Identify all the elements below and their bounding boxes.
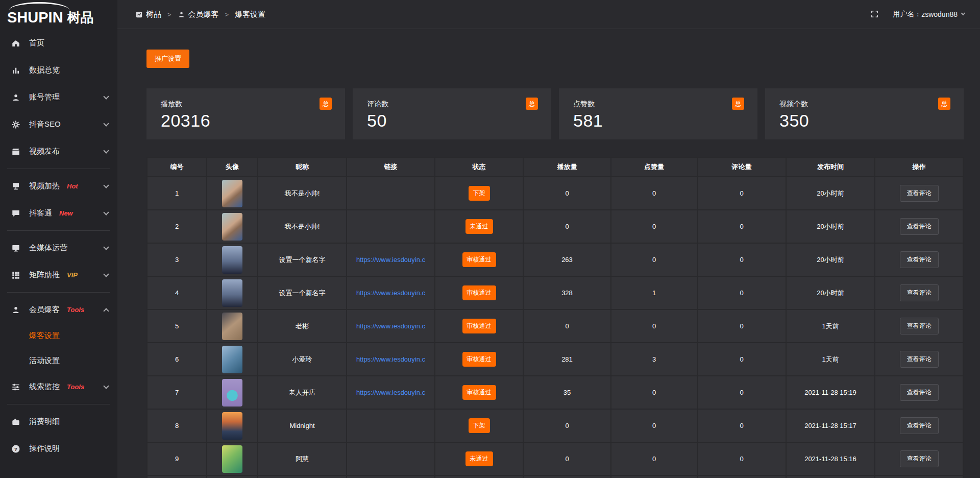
video-link[interactable]: https://www.iesdouyin.c: [356, 389, 425, 396]
app-root: SHUPIN 树品 首页 数据总览 账号管理 抖音SEO 视频发布: [0, 0, 980, 478]
hot-badge: Hot: [67, 182, 78, 190]
sidebar-item-video-publish[interactable]: 视频发布: [0, 138, 117, 165]
user-icon: [11, 92, 21, 103]
topbar: 树品 > 会员爆客 > 爆客设置 用户名： zswodun88: [117, 0, 980, 29]
sidebar-item-label: 抖客通: [29, 208, 52, 218]
clapper-icon: [11, 147, 21, 157]
view-comments-button[interactable]: 查看评论: [900, 384, 939, 401]
avatar: [222, 246, 242, 274]
video-link[interactable]: https://www.iesdouyin.c: [356, 289, 425, 297]
cell-comments: 0: [697, 309, 786, 343]
status-badge: 审核通过: [462, 352, 496, 367]
sidebar-item-label: 视频加热: [29, 181, 60, 191]
chevron-down-icon: [103, 182, 109, 188]
sidebar-item-douketong[interactable]: 抖客通 New: [0, 200, 117, 227]
view-comments-button[interactable]: 查看评论: [900, 284, 939, 301]
sidebar-item-matrix-boost[interactable]: 矩阵助推 VIP: [0, 261, 117, 289]
cell-id: 9: [147, 442, 207, 475]
total-badge: 总: [938, 98, 950, 110]
video-link[interactable]: https://www.iesdouyin.c: [356, 322, 425, 330]
cell-comments: 0: [697, 177, 786, 210]
col-avatar: 头像: [207, 157, 258, 177]
sidebar-subitem-baoke-settings[interactable]: 爆客设置: [0, 323, 117, 348]
stat-card-comments: 评论数 50 总: [353, 88, 551, 139]
status-badge: 下架: [469, 186, 490, 201]
sidebar-item-label: 矩阵助推: [29, 270, 60, 280]
user-icon: [178, 11, 185, 18]
cell-plays: 328: [523, 276, 611, 309]
sidebar-subitem-activity-settings[interactable]: 活动设置: [0, 348, 117, 373]
table-row: 6 小爱玲 https://www.iesdouyin.c 审核通过 281 3…: [147, 343, 963, 376]
avatar: [222, 313, 242, 340]
table-row: 1 我不是小帅! 下架 0 0 0 20小时前 查看评论: [147, 177, 963, 210]
breadcrumb-label: 会员爆客: [188, 10, 219, 19]
sidebar-item-data-overview[interactable]: 数据总览: [0, 57, 117, 84]
stat-label: 点赞数: [573, 100, 743, 109]
cell-comments: 0: [697, 343, 786, 376]
sidebar-item-account-management[interactable]: 账号管理: [0, 84, 117, 111]
view-comments-button[interactable]: 查看评论: [900, 351, 939, 368]
sidebar-item-operation-guide[interactable]: ? 操作说明: [0, 435, 117, 462]
sidebar-divider: [7, 230, 110, 231]
stat-card-videos: 视频个数 350 总: [765, 88, 964, 139]
sidebar-item-label: 数据总览: [29, 65, 60, 75]
col-id: 编号: [147, 157, 207, 177]
sidebar-item-clue-monitoring[interactable]: 线索监控 Tools: [0, 373, 117, 400]
username-label: 用户名：: [893, 10, 921, 19]
cell-nickname: 我不是小帅!: [258, 210, 347, 243]
sidebar-item-home[interactable]: 首页: [0, 30, 117, 57]
table-row: 8 Midnight 下架 0 0 0 2021-11-28 15:17 查看评…: [147, 409, 963, 442]
tools-badge: Tools: [67, 306, 84, 314]
stat-card-plays: 播放数 20316 总: [146, 88, 345, 139]
breadcrumb-item-member-baoke[interactable]: 会员爆客: [178, 10, 219, 19]
cell-time: 20小时前: [786, 276, 875, 309]
sidebar-item-video-heating[interactable]: 视频加热 Hot: [0, 173, 117, 200]
stat-value: 50: [367, 111, 537, 131]
cell-actions: 查看评论: [875, 376, 963, 409]
sidebar-item-douyin-seo[interactable]: 抖音SEO: [0, 111, 117, 138]
cell-id: 5: [147, 309, 207, 343]
avatar: [222, 412, 242, 440]
view-comments-button[interactable]: 查看评论: [900, 417, 939, 434]
chevron-down-icon: [103, 121, 109, 126]
cell-nickname: 老人开店: [258, 376, 347, 409]
sidebar-item-consumption-details[interactable]: 消费明细: [0, 408, 117, 435]
cell-plays: 35: [523, 376, 611, 409]
table-row: 9 阿慧 未通过 0 0 0 2021-11-28 15:16 查看评论: [147, 442, 963, 475]
view-comments-button[interactable]: 查看评论: [900, 185, 939, 202]
stat-value: 20316: [161, 111, 331, 131]
app-logo[interactable]: SHUPIN 树品: [0, 0, 117, 30]
sidebar-item-omnimedia-operation[interactable]: 全媒体运营: [0, 234, 117, 261]
fullscreen-icon[interactable]: [870, 10, 879, 19]
col-link: 链接: [347, 157, 435, 177]
view-comments-button[interactable]: 查看评论: [900, 218, 939, 235]
cell-time: 1天前: [786, 343, 875, 376]
chevron-down-icon: [103, 383, 109, 389]
cell-avatar: [207, 442, 258, 475]
video-link[interactable]: https://www.iesdouyin.c: [356, 355, 425, 363]
view-comments-button[interactable]: 查看评论: [900, 450, 939, 467]
cell-plays: 0: [523, 442, 611, 475]
user-menu[interactable]: 用户名： zswodun88: [893, 10, 965, 19]
breadcrumb-label: 爆客设置: [235, 10, 265, 19]
breadcrumb-item-shupin[interactable]: 树品: [135, 10, 161, 19]
col-publish-time: 发布时间: [786, 157, 875, 177]
cell-nickname: 我不是小帅!: [258, 177, 347, 210]
chevron-down-icon: [103, 209, 109, 215]
cell-actions: 查看评论: [875, 177, 963, 210]
view-comments-button[interactable]: 查看评论: [900, 318, 939, 334]
sidebar-item-member-baoke[interactable]: 会员爆客 Tools: [0, 296, 117, 323]
table-row: 3 设置一个新名字 https://www.iesdouyin.c 审核通过 2…: [147, 243, 963, 276]
cell-status: 未通过: [435, 210, 523, 243]
cell-plays: [523, 475, 611, 478]
view-comments-button[interactable]: 查看评论: [900, 251, 939, 268]
content: 推广设置 播放数 20316 总 评论数 50 总 点赞数 581 总: [117, 29, 980, 478]
cell-likes: 0: [611, 243, 697, 276]
promotion-settings-button[interactable]: 推广设置: [146, 50, 189, 68]
status-badge: 未通过: [465, 219, 493, 234]
cell-time: 20小时前: [786, 210, 875, 243]
sidebar: SHUPIN 树品 首页 数据总览 账号管理 抖音SEO 视频发布: [0, 0, 117, 478]
cell-actions: 查看评论: [875, 243, 963, 276]
video-link[interactable]: https://www.iesdouyin.c: [356, 256, 425, 264]
cell-actions: 查看评论: [875, 343, 963, 376]
